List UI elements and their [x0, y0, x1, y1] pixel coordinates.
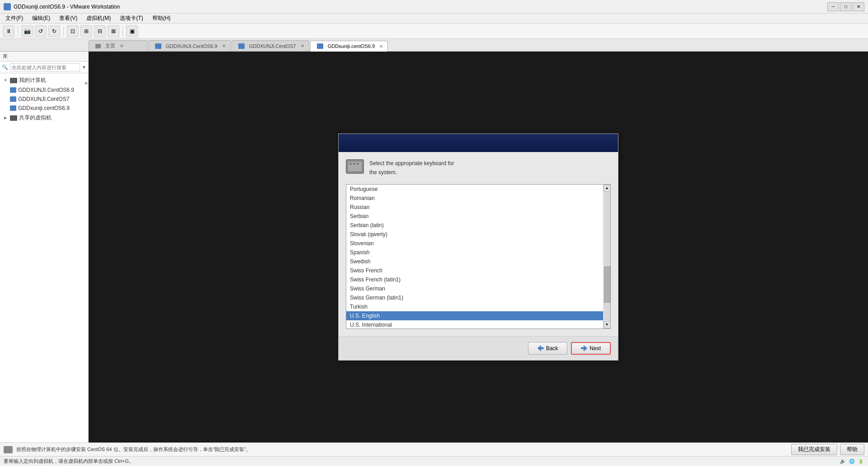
toolbar: ⏸ 📷 ↺ ↻ ⊡ ⊞ ⊟ ⊠ ▣: [0, 24, 868, 39]
tab-centos7-label: GDDXUNJl.CentOS7: [249, 43, 296, 49]
toolbar-restore[interactable]: ↻: [48, 25, 60, 37]
help-button[interactable]: 帮助: [840, 444, 864, 455]
next-label: Next: [590, 345, 601, 352]
list-item-romanian[interactable]: Romanian: [346, 194, 603, 203]
tab-centos69-2-close[interactable]: ✕: [379, 44, 383, 49]
minimize-button[interactable]: ─: [827, 2, 839, 11]
list-item-russian[interactable]: Russian: [346, 203, 603, 212]
tray-icon-2[interactable]: 🌐: [848, 458, 855, 465]
menu-view[interactable]: 查看(V): [56, 14, 81, 23]
search-input[interactable]: [10, 63, 80, 71]
tree-node-shared[interactable]: ▶ 共享的虚拟机: [0, 113, 88, 123]
next-button[interactable]: Next: [571, 342, 611, 355]
statusbar: 按照在物理计算机中的步骤安装 CentOS 64 位。安装完成后，操作系统会进行…: [0, 442, 868, 456]
toolbar-pause[interactable]: ⏸: [3, 25, 14, 37]
list-scrollbar[interactable]: ▲ ▼: [603, 185, 610, 328]
scrollbar-thumb[interactable]: [604, 266, 610, 303]
list-item-spanish[interactable]: Spanish: [346, 248, 603, 257]
tab-centos69-1-label: GDDXUNJI.CentOS6.9: [166, 43, 217, 49]
tree-node-vm3[interactable]: GDDxuniji.centOS6.9: [0, 104, 88, 113]
tab-home[interactable]: 主页 ✕: [89, 40, 147, 51]
menu-file[interactable]: 文件(F): [2, 14, 27, 23]
tab-centos69-2[interactable]: GDDxuniji.centOS6.9 ✕: [310, 41, 388, 52]
sidebar-header: 库: [0, 52, 88, 62]
keyboard-list-items[interactable]: Portuguese Romanian Russian Serbian Serb…: [346, 185, 603, 328]
bottombar-text: 要将输入定向到虚拟机，请在虚拟机内部单击或按 Ctrl+G。: [4, 458, 134, 465]
sidebar-search-bar: 🔍 ▼: [0, 62, 88, 73]
toolbar-revert[interactable]: ↺: [35, 25, 47, 37]
toolbar-snapshot[interactable]: 📷: [21, 25, 33, 37]
toolbar-sep1: [18, 26, 18, 36]
sidebar-title: 库: [3, 53, 8, 60]
toolbar-fullscreen[interactable]: ⊡: [67, 25, 79, 37]
statusbar-icon: [4, 446, 13, 453]
tab-home-close[interactable]: ✕: [120, 43, 123, 48]
menubar: 文件(F) 编辑(E) 查看(V) 虚拟机(M) 选项卡(T) 帮助(H): [0, 14, 868, 24]
list-item-swiss-french[interactable]: Swiss French: [346, 266, 603, 275]
expand-icon-shared: ▶: [3, 115, 8, 121]
menu-tabs[interactable]: 选项卡(T): [116, 14, 146, 23]
list-item-swiss-german-latin1[interactable]: Swiss German (latin1): [346, 293, 603, 302]
list-item-us-international[interactable]: U.S. International: [346, 320, 603, 328]
mycomputer-label: 我的计算机: [19, 76, 46, 84]
back-label: Back: [546, 345, 558, 352]
keyboard-selection-dialog: Select the appropriate keyboard for the …: [338, 133, 618, 360]
search-dropdown-icon[interactable]: ▼: [82, 65, 86, 70]
list-item-us-english[interactable]: U.S. English: [346, 311, 603, 320]
back-button[interactable]: Back: [528, 342, 568, 355]
toolbar-fit[interactable]: ⊟: [94, 25, 106, 37]
tree-node-vm2[interactable]: GDDXUNJl.CentOS7: [0, 95, 88, 104]
toolbar-tab[interactable]: ▣: [126, 25, 138, 37]
system-tray: 🔊 🌐 🔋: [839, 458, 864, 465]
tree-node-mycomputer[interactable]: ▼ 我的计算机: [0, 75, 88, 86]
sidebar: 库 🔍 ▼ ▼ 我的计算机 GDDXUNJI.CentOS6.9 GDDXUNJ…: [0, 52, 89, 442]
dialog-footer: Back Next: [339, 336, 618, 360]
vm-icon-1: [10, 87, 16, 93]
statusbar-right: 我已完成安装 帮助: [791, 444, 864, 455]
tab-centos7[interactable]: GDDXUNJl.CentOS7 ✕: [231, 40, 309, 51]
toolbar-stretch[interactable]: ⊠: [108, 25, 119, 37]
vm-tab-icon-2: [238, 43, 245, 49]
list-item-slovenian[interactable]: Slovenian: [346, 239, 603, 248]
instruction-line1: Select the appropriate keyboard for: [369, 160, 454, 166]
list-item-swiss-german[interactable]: Swiss German: [346, 284, 603, 293]
statusbar-text: 按照在物理计算机中的步骤安装 CentOS 64 位。安装完成后，操作系统会进行…: [16, 446, 788, 453]
list-item-portuguese[interactable]: Portuguese: [346, 185, 603, 194]
scrollbar-track[interactable]: [604, 192, 610, 321]
close-button[interactable]: ✕: [853, 2, 864, 11]
scrollbar-down-button[interactable]: ▼: [604, 321, 611, 328]
toolbar-unity[interactable]: ⊞: [80, 25, 92, 37]
vm-icon-2: [10, 96, 16, 102]
dialog-header: [339, 134, 618, 152]
tab-centos69-1-close[interactable]: ✕: [222, 43, 226, 48]
toolbar-sep2: [63, 26, 64, 36]
menu-vm[interactable]: 虚拟机(M): [83, 14, 114, 23]
scrollbar-up-button[interactable]: ▲: [604, 185, 611, 192]
tab-centos69-1[interactable]: GDDXUNJI.CentOS6.9 ✕: [148, 40, 231, 51]
list-item-serbian-latin[interactable]: Serbian (latin): [346, 221, 603, 230]
vm-content-area[interactable]: Select the appropriate keyboard for the …: [89, 52, 868, 442]
menu-edit[interactable]: 编辑(E): [28, 14, 54, 23]
sidebar-close-button[interactable]: ✕: [83, 80, 89, 86]
vm2-label: GDDXUNJl.CentOS7: [18, 96, 69, 102]
toolbar-sep3: [123, 26, 123, 36]
tab-home-label: 主页: [105, 43, 115, 49]
menu-help[interactable]: 帮助(H): [149, 14, 175, 23]
vm-tab-icon-3: [317, 43, 323, 49]
instruction-line2: the system.: [369, 169, 397, 176]
list-item-serbian[interactable]: Serbian: [346, 212, 603, 221]
tray-icon-3[interactable]: 🔋: [857, 458, 864, 465]
list-item-turkish[interactable]: Turkish: [346, 302, 603, 311]
list-item-slovak[interactable]: Slovak (qwerty): [346, 230, 603, 239]
maximize-button[interactable]: □: [840, 2, 852, 11]
complete-install-button[interactable]: 我已完成安装: [791, 444, 837, 455]
window-title: GDDxuniji.centOS6.9 - VMware Workstation: [14, 4, 827, 10]
keyboard-list: Portuguese Romanian Russian Serbian Serb…: [346, 184, 611, 329]
list-item-swedish[interactable]: Swedish: [346, 257, 603, 266]
next-icon: [581, 345, 587, 352]
list-item-swiss-french-latin1[interactable]: Swiss French (latin1): [346, 275, 603, 284]
bottombar: 要将输入定向到虚拟机，请在虚拟机内部单击或按 Ctrl+G。 🔊 🌐 🔋: [0, 456, 868, 466]
tray-icon-1[interactable]: 🔊: [839, 458, 846, 465]
tree-node-vm1[interactable]: GDDXUNJI.CentOS6.9: [0, 86, 88, 95]
tab-centos7-close[interactable]: ✕: [301, 43, 304, 48]
